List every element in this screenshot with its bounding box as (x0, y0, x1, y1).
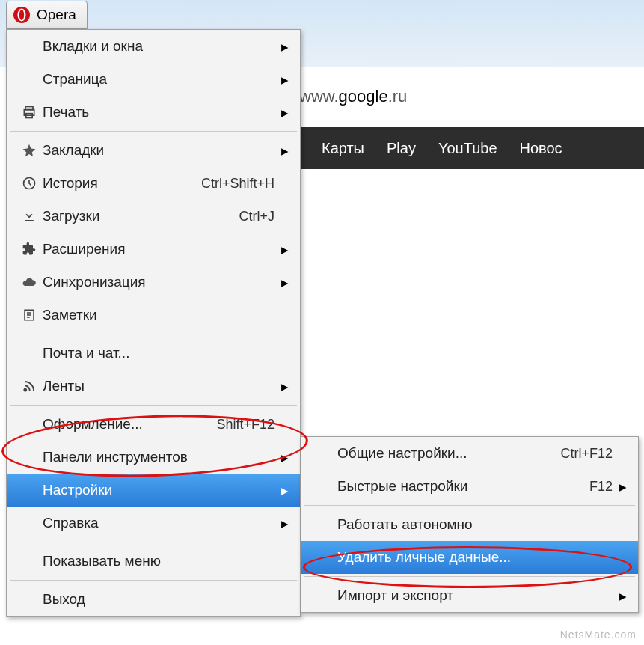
url-prefix: www. (299, 87, 339, 106)
menu-sync[interactable]: Синхронизация ▸ (7, 266, 300, 299)
submenu-arrow-icon: ▸ (280, 241, 289, 258)
submenu-arrow-icon: ▸ (280, 38, 289, 55)
nav-link-maps[interactable]: Карты (322, 140, 364, 157)
nav-link-youtube[interactable]: YouTube (438, 140, 497, 157)
submenu-arrow-icon: ▸ (280, 274, 289, 291)
submenu-arrow-icon: ▸ (280, 104, 289, 121)
cloud-icon (16, 275, 43, 290)
submenu-quick-settings[interactable]: Быстрые настройки F12 ▸ (301, 470, 638, 503)
menu-separator (10, 131, 297, 132)
menu-separator (304, 505, 635, 506)
menu-settings[interactable]: Настройки ▸ (7, 474, 300, 507)
submenu-arrow-icon: ▸ (280, 71, 289, 88)
menu-separator (10, 405, 297, 406)
submenu-arrow-icon: ▸ (280, 142, 289, 159)
nav-link-play[interactable]: Play (387, 140, 416, 157)
menu-downloads[interactable]: Загрузки Ctrl+J (7, 200, 300, 233)
address-bar[interactable]: www.google.ru (299, 87, 407, 106)
menu-separator (10, 580, 297, 581)
download-icon (16, 209, 43, 224)
opera-menu-label: Opera (37, 7, 76, 23)
menu-bookmarks[interactable]: Закладки ▸ (7, 134, 300, 167)
menu-page[interactable]: Страница ▸ (7, 63, 300, 96)
submenu-arrow-icon: ▸ (619, 478, 628, 495)
opera-main-menu: Вкладки и окна ▸ Страница ▸ Печать ▸ Зак… (6, 29, 301, 617)
submenu-arrow-icon: ▸ (280, 378, 289, 395)
puzzle-icon (16, 242, 43, 257)
svg-point-2 (19, 10, 24, 20)
menu-show-menubar[interactable]: Показывать меню (7, 545, 300, 578)
submenu-import-export[interactable]: Импорт и экспорт ▸ (301, 579, 638, 612)
menu-appearance[interactable]: Оформление... Shift+F12 (7, 408, 300, 441)
menu-separator (304, 576, 635, 577)
menu-separator (10, 542, 297, 542)
menu-history[interactable]: История Ctrl+Shift+H (7, 167, 300, 200)
menu-print[interactable]: Печать ▸ (7, 96, 300, 129)
watermark: NetsMate.com (560, 629, 637, 641)
printer-icon (16, 105, 43, 120)
svg-point-8 (24, 389, 26, 391)
submenu-delete-private-data[interactable]: Удалить личные данные... (301, 541, 638, 574)
clock-icon (16, 176, 43, 191)
submenu-arrow-icon: ▸ (280, 482, 289, 499)
submenu-arrow-icon: ▸ (280, 449, 289, 466)
menu-tabs-windows[interactable]: Вкладки и окна ▸ (7, 30, 300, 63)
menu-feeds[interactable]: Ленты ▸ (7, 370, 300, 403)
nav-link-news[interactable]: Новос (520, 140, 562, 157)
menu-help[interactable]: Справка ▸ (7, 507, 300, 539)
opera-logo-icon (13, 6, 31, 24)
feed-icon (16, 379, 43, 393)
menu-notes[interactable]: Заметки (7, 299, 300, 331)
star-icon (16, 143, 43, 158)
settings-submenu: Общие настройки... Ctrl+F12 Быстрые наст… (301, 436, 639, 613)
menu-toolbars[interactable]: Панели инструментов ▸ (7, 441, 300, 474)
submenu-work-offline[interactable]: Работать автономно (301, 508, 638, 541)
google-nav-bar: Карты Play YouTube Новос (299, 127, 644, 169)
menu-separator (10, 334, 297, 334)
opera-menu-button[interactable]: Opera (6, 1, 88, 29)
url-suffix: .ru (388, 87, 408, 106)
submenu-arrow-icon: ▸ (619, 587, 628, 605)
submenu-arrow-icon: ▸ (280, 515, 289, 532)
menu-mail-chat[interactable]: Почта и чат... (7, 337, 300, 370)
menu-exit[interactable]: Выход (7, 583, 300, 616)
url-domain: google (339, 87, 388, 106)
submenu-general-settings[interactable]: Общие настройки... Ctrl+F12 (301, 437, 638, 470)
note-icon (16, 308, 43, 322)
menu-extensions[interactable]: Расширения ▸ (7, 233, 300, 266)
